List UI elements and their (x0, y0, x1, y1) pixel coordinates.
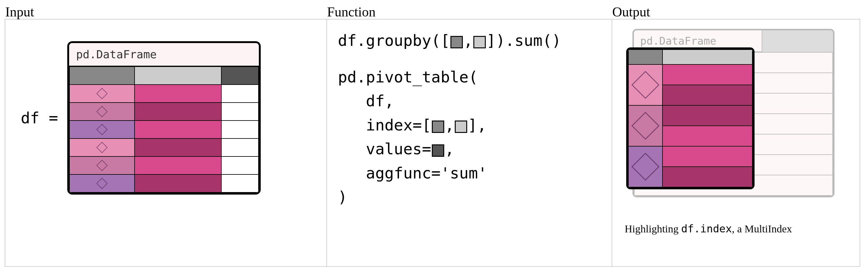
column-swatch-dark (432, 121, 444, 133)
value-cell (134, 85, 221, 103)
highlight-value-cell (662, 105, 752, 126)
code-groupby: df.groupby([,]).sum() (335, 29, 604, 53)
empty-cell (221, 85, 258, 103)
code-text: ], (468, 116, 486, 134)
value-cell (134, 138, 221, 157)
diagram-container: Input df = pd.DataFrame (5, 19, 863, 267)
column-swatch-dark (451, 36, 463, 48)
code-text: values= (338, 140, 431, 158)
code-text: index=[ (338, 116, 431, 134)
code-text: aggfunc='sum' (338, 164, 487, 182)
diamond-icon (96, 160, 108, 171)
diamond-icon (96, 124, 108, 135)
diamond-icon (631, 112, 660, 140)
highlight-grid (628, 49, 753, 188)
index-cell (69, 121, 134, 138)
highlight-col-header-1 (628, 49, 662, 64)
highlight-row (628, 105, 752, 126)
col-header-3 (221, 67, 258, 85)
output-area: pd.DataFrame (620, 29, 852, 230)
highlight-index-cell (628, 105, 662, 146)
column-swatch-light (473, 36, 486, 48)
diamond-icon (96, 88, 108, 99)
caption-text: , a MultiIndex (732, 223, 792, 235)
index-cell (69, 157, 134, 174)
empty-cell (221, 103, 258, 121)
code-text: ]).sum() (486, 32, 561, 49)
highlight-value-cell (662, 64, 752, 85)
highlight-row (628, 146, 752, 167)
panel-label-output: Output (612, 4, 650, 20)
empty-cell (221, 121, 258, 138)
highlight-index-cell (628, 64, 662, 105)
value-cell (134, 103, 221, 121)
code-text: df.groupby([ (338, 32, 450, 49)
output-caption: Highlighting df.index, a MultiIndex (625, 223, 792, 235)
df-assignment: df = (21, 109, 58, 127)
diamond-icon (96, 178, 108, 189)
value-cell (134, 157, 221, 174)
code-text: , (463, 32, 473, 49)
index-cell (69, 138, 134, 157)
input-row (69, 121, 258, 138)
input-row (69, 138, 258, 157)
input-row (69, 85, 258, 103)
empty-cell (221, 157, 258, 174)
empty-cell (221, 138, 258, 157)
col-header-2 (134, 67, 221, 85)
highlight-value-cell (662, 126, 752, 146)
code-text: ) (338, 188, 347, 206)
column-swatch-darker (432, 144, 444, 157)
diamond-icon (96, 142, 108, 154)
diamond-icon (631, 71, 660, 99)
highlight-col-header-2 (662, 49, 752, 64)
caption-text: Highlighting (625, 223, 681, 235)
highlight-row (628, 64, 752, 85)
highlight-header-row (628, 49, 752, 64)
index-cell (69, 85, 134, 103)
panel-output: Output pd.DataFrame (612, 19, 860, 267)
panel-label-function: Function (327, 4, 375, 20)
diamond-icon (96, 106, 108, 118)
input-type-label: pd.DataFrame (69, 43, 259, 66)
empty-cell (221, 174, 258, 192)
code-text: , (445, 116, 454, 134)
code-text: df, (338, 92, 394, 110)
diamond-icon (631, 153, 660, 181)
input-dataframe: pd.DataFrame (67, 41, 261, 195)
highlight-index-cell (628, 146, 662, 187)
input-grid (69, 66, 259, 193)
index-cell (69, 174, 134, 192)
input-row (69, 174, 258, 192)
col-header-1 (69, 67, 134, 85)
value-cell (134, 121, 221, 138)
highlight-value-cell (662, 85, 752, 105)
column-swatch-light (455, 121, 467, 133)
output-highlight-multiindex (626, 47, 754, 189)
input-row (69, 103, 258, 121)
panel-function: Function df.groupby([,]).sum() pd.pivot_… (327, 19, 612, 267)
caption-code: df.index (681, 223, 732, 235)
panel-label-input: Input (5, 4, 34, 20)
code-pivot: pd.pivot_table( df, index=[,], values=, … (335, 65, 604, 209)
highlight-value-cell (662, 146, 752, 167)
input-header-row (69, 67, 258, 85)
index-cell (69, 103, 134, 121)
highlight-value-cell (662, 167, 752, 187)
code-text: , (445, 140, 454, 158)
input-row (69, 157, 258, 174)
value-cell (134, 174, 221, 192)
code-text: pd.pivot_table( (338, 68, 478, 86)
panel-input: Input df = pd.DataFrame (5, 19, 327, 267)
